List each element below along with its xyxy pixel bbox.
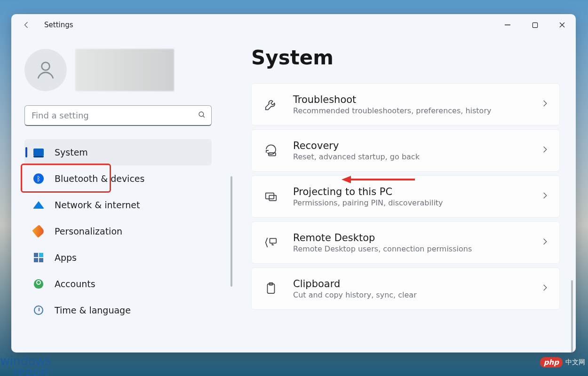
- wrench-icon: [262, 95, 280, 113]
- chevron-right-icon: [540, 191, 549, 202]
- close-button[interactable]: [548, 14, 576, 36]
- card-troubleshoot[interactable]: Troubleshoot Recommended troubleshooters…: [251, 83, 560, 125]
- search-input[interactable]: [24, 105, 212, 126]
- svg-rect-9: [269, 196, 276, 201]
- sidebar: System ᛒ Bluetooth & devices Network & i…: [11, 36, 228, 352]
- card-title: Projecting to this PC: [293, 186, 540, 197]
- arrow-left-icon: [23, 21, 31, 29]
- chevron-right-icon: [540, 283, 549, 294]
- card-title: Troubleshoot: [293, 94, 540, 105]
- apps-icon: [33, 252, 44, 263]
- watermark-line2: report: [13, 367, 51, 376]
- card-projecting[interactable]: Projecting to this PC Permissions, pairi…: [251, 175, 560, 218]
- bluetooth-icon: ᛒ: [33, 173, 44, 184]
- recovery-icon: [262, 141, 280, 159]
- profile-section: [24, 49, 223, 91]
- card-clipboard[interactable]: Clipboard Cut and copy history, sync, cl…: [251, 267, 560, 310]
- account-icon: [33, 278, 44, 290]
- chevron-right-icon: [540, 99, 549, 110]
- php-badge: php: [540, 357, 563, 368]
- watermark-php: php 中文网: [540, 357, 585, 368]
- sidebar-item-accounts[interactable]: Accounts: [24, 271, 212, 297]
- svg-point-5: [199, 112, 204, 117]
- sidebar-item-label: System: [55, 147, 88, 157]
- back-button[interactable]: [20, 18, 34, 32]
- body: System ᛒ Bluetooth & devices Network & i…: [11, 36, 576, 352]
- card-text: Recovery Reset, advanced startup, go bac…: [293, 140, 540, 161]
- sidebar-item-network[interactable]: Network & internet: [24, 192, 212, 218]
- cn-text: 中文网: [565, 358, 585, 367]
- card-desc: Remote Desktop users, connection permiss…: [293, 244, 540, 253]
- card-title: Recovery: [293, 140, 540, 151]
- maximize-icon: [532, 22, 538, 28]
- sidebar-item-personalization[interactable]: Personalization: [24, 218, 212, 244]
- sidebar-item-label: Personalization: [55, 226, 122, 236]
- chevron-right-icon: [540, 237, 549, 248]
- card-recovery[interactable]: Recovery Reset, advanced startup, go bac…: [251, 129, 560, 172]
- settings-cards: Troubleshoot Recommended troubleshooters…: [251, 83, 560, 310]
- card-text: Troubleshoot Recommended troubleshooters…: [293, 94, 540, 115]
- card-desc: Permissions, pairing PIN, discoverabilit…: [293, 198, 540, 207]
- avatar[interactable]: [24, 49, 67, 91]
- projecting-icon: [262, 188, 280, 205]
- nav-list: System ᛒ Bluetooth & devices Network & i…: [24, 139, 223, 323]
- sidebar-item-time-language[interactable]: Time & language: [24, 297, 212, 323]
- minimize-button[interactable]: [494, 14, 521, 36]
- svg-rect-8: [266, 193, 274, 199]
- window-controls: [494, 14, 576, 36]
- brush-icon: [33, 226, 44, 237]
- sidebar-item-label: Apps: [55, 252, 77, 263]
- sidebar-item-bluetooth[interactable]: ᛒ Bluetooth & devices: [24, 165, 212, 192]
- card-desc: Reset, advanced startup, go back: [293, 152, 540, 161]
- close-icon: [559, 22, 565, 28]
- content-area: System Troubleshoot Recommended troubles…: [228, 36, 576, 352]
- svg-point-4: [42, 63, 50, 70]
- watermark-windowsreport: windows report: [0, 356, 51, 376]
- card-title: Remote Desktop: [293, 232, 540, 243]
- system-icon: [33, 147, 44, 158]
- profile-name-redacted: [75, 49, 174, 91]
- window-title: Settings: [44, 21, 73, 29]
- card-desc: Recommended troubleshooters, preferences…: [293, 106, 540, 115]
- clock-icon: [33, 305, 44, 316]
- page-title: System: [251, 46, 560, 69]
- remote-desktop-icon: [262, 234, 280, 251]
- sidebar-item-label: Network & internet: [55, 200, 140, 210]
- card-title: Clipboard: [293, 278, 540, 290]
- svg-rect-10: [270, 238, 277, 243]
- search-icon: [198, 110, 206, 121]
- chevron-right-icon: [540, 145, 549, 156]
- titlebar: Settings: [11, 14, 576, 36]
- content-scrollbar[interactable]: [571, 280, 573, 352]
- svg-rect-1: [532, 23, 537, 27]
- sidebar-item-label: Accounts: [55, 279, 95, 289]
- sidebar-item-label: Bluetooth & devices: [55, 173, 144, 184]
- search-field[interactable]: [24, 105, 212, 126]
- person-icon: [34, 59, 57, 81]
- svg-line-6: [203, 116, 205, 118]
- card-text: Remote Desktop Remote Desktop users, con…: [293, 232, 540, 253]
- settings-window: Settings: [11, 14, 576, 352]
- card-desc: Cut and copy history, sync, clear: [293, 290, 540, 299]
- maximize-button[interactable]: [521, 14, 548, 36]
- sidebar-item-apps[interactable]: Apps: [24, 244, 212, 271]
- card-text: Clipboard Cut and copy history, sync, cl…: [293, 278, 540, 299]
- minimize-icon: [504, 22, 511, 28]
- card-text: Projecting to this PC Permissions, pairi…: [293, 186, 540, 207]
- card-remote-desktop[interactable]: Remote Desktop Remote Desktop users, con…: [251, 221, 560, 264]
- sidebar-item-system[interactable]: System: [24, 139, 212, 165]
- sidebar-item-label: Time & language: [55, 305, 131, 315]
- wifi-icon: [33, 199, 44, 211]
- clipboard-icon: [262, 280, 280, 298]
